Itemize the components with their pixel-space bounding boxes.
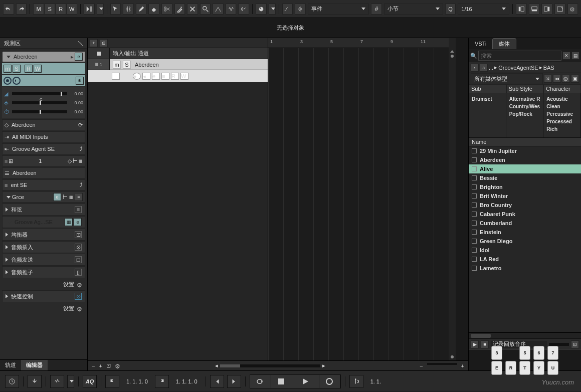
filter-item[interactable]: Processed [544,118,579,125]
track-row-1[interactable]: ▦1 m S Aberdeen [88,59,268,70]
groove-section[interactable]: Groove Ag...SE▦e [2,216,85,228]
zone-left-button[interactable] [516,4,527,15]
menu-button[interactable]: ≡ [75,193,83,201]
read-all-button[interactable]: R [55,4,66,15]
key[interactable]: R [505,361,516,375]
zoom-out-v[interactable]: − [92,363,95,369]
breadcrumb-item[interactable]: GrooveAgentSE [498,65,538,71]
color-menu[interactable] [269,4,276,15]
play-button[interactable] [292,375,319,388]
midi-input-row[interactable]: ⇥All MIDI Inputs [2,131,85,142]
breadcrumb-dots[interactable]: ... [489,65,493,71]
record-button[interactable] [319,375,340,388]
track-write[interactable]: W [180,73,188,80]
key[interactable]: 6 [533,346,544,360]
undo-button[interactable] [3,4,14,15]
track-preset-button[interactable]: ⊆ [100,39,108,47]
left-locator[interactable]: 1. 1. 1. 0 [122,375,152,388]
search-options[interactable]: ▤ [571,52,579,60]
result-item[interactable]: Einstein [469,228,581,237]
h-zoom[interactable] [427,363,457,365]
time-display[interactable]: 1. 1. [366,375,385,388]
snap-button[interactable] [295,4,306,15]
solo-all-button[interactable]: S [44,4,55,15]
track-monitor[interactable]: ◂ [142,73,150,80]
aq-button[interactable]: AQ [83,375,97,388]
quick-section[interactable]: 快速控制⊘ [2,290,85,302]
monitor-button[interactable] [13,77,21,85]
key[interactable]: 7 [547,346,558,360]
clear-search[interactable]: ✕ [562,52,570,60]
key[interactable]: Y [533,361,544,375]
track-record[interactable]: ● [133,73,141,80]
results-scroll[interactable] [469,332,581,338]
track-read[interactable]: R [171,73,179,80]
zone-bottom-button[interactable] [529,4,540,15]
track2-row[interactable]: ☰Aberdeen [2,167,85,178]
editor-tab[interactable]: 编辑器 [21,360,48,370]
filter-item[interactable]: Rich [544,125,579,133]
grce-row[interactable]: Grce e ⊢▦ ≡ [2,191,85,203]
preview-opt[interactable]: ⊡ [571,340,579,348]
timeline[interactable]: 1 3 5 7 9 11 [268,38,449,360]
result-item[interactable]: Brighton [469,182,581,191]
range-tool[interactable] [123,4,134,15]
col-character[interactable]: Character [543,84,581,93]
home-button[interactable]: ⌂ [480,64,488,72]
write-button[interactable]: W [34,65,42,73]
filter-item[interactable]: Alternative R [507,95,542,103]
freeze-button[interactable]: ❄ [76,77,84,85]
edit-instrument-button[interactable]: e [75,53,83,61]
key[interactable]: T [519,361,530,375]
settings-row-2[interactable]: 设置 [2,303,85,314]
prev-marker-button[interactable] [210,375,224,388]
window-layout-button[interactable] [554,4,565,15]
punch-in-button[interactable] [28,375,42,388]
key[interactable]: E [491,361,502,375]
track-mute[interactable]: m [113,61,121,69]
record-enable-button[interactable] [4,77,12,85]
rewind-button[interactable]: ⏮ [553,75,561,83]
ruler[interactable]: 1 3 5 7 9 11 [268,38,449,48]
write-all-button[interactable]: W [66,4,77,15]
zoom-tool[interactable] [200,4,211,15]
mute-all-button[interactable]: M [33,4,44,15]
results-header[interactable]: Name [469,137,581,146]
filter-item[interactable]: Percussive [544,110,579,118]
quantize-button[interactable]: Q [445,4,456,15]
track-check[interactable] [112,73,120,80]
result-item[interactable]: Lametro [469,264,581,273]
fader-section-row[interactable]: 音频推子▯ [2,266,85,278]
preview-play[interactable]: ▶ [471,340,479,348]
mute-button[interactable]: m [4,65,12,73]
result-item[interactable]: 29 Min Jupiter [469,146,581,155]
track-lanes[interactable]: ≡ [161,73,169,80]
play-tool[interactable] [238,4,249,15]
ent-row[interactable]: ≡ent SE⤴ [2,179,85,190]
key[interactable]: 3 [491,346,502,360]
grid-type-dropdown[interactable]: 小节 [384,4,443,15]
constrain-button[interactable] [5,375,19,388]
filter-item[interactable]: Pop/Rock [507,110,542,118]
grid-type-button[interactable]: # [371,4,382,15]
add-track-button[interactable]: + [90,39,98,47]
result-item[interactable]: LA Red [469,255,581,264]
result-item[interactable]: Alive [469,164,581,173]
track-edit[interactable]: e [152,73,160,80]
result-item[interactable]: Aberdeen [469,155,581,164]
zoom-tool-footer[interactable]: ⊡ [106,362,111,369]
comp-tool[interactable] [213,4,224,15]
warp-tool[interactable] [226,4,237,15]
draw-tool[interactable] [136,4,147,15]
result-item[interactable]: Green Diego [469,237,581,246]
key[interactable]: U [547,361,558,375]
vsti-tab[interactable]: VSTi [469,38,492,49]
io-track-row[interactable]: 输入/输出 通道 [88,48,268,59]
tempo-track-button[interactable] [50,375,64,388]
result-item[interactable]: Cabaret Punk [469,210,581,219]
media-tab[interactable]: 媒体 [492,38,516,49]
stop-button[interactable] [271,375,292,388]
result-item[interactable]: Idol [469,246,581,255]
filter-settings[interactable] [562,75,570,83]
eq-section[interactable]: 均衡器⊡ [2,229,85,241]
